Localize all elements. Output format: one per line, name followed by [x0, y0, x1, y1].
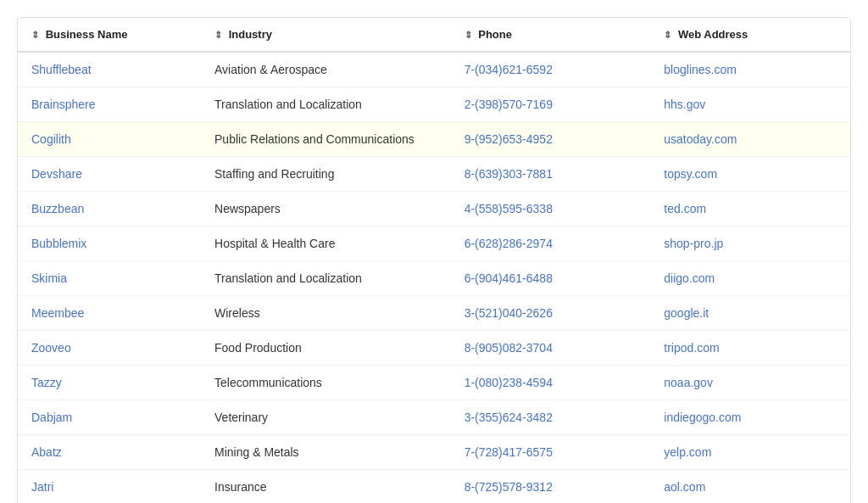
web-address-link[interactable]: tripod.com	[664, 341, 719, 355]
column-header-industry[interactable]: ⇕ Industry	[201, 18, 451, 52]
business-name-link[interactable]: Buzzbean	[31, 202, 84, 215]
column-header-web[interactable]: ⇕ Web Address	[650, 18, 850, 52]
business-name-link[interactable]: Zooveo	[31, 341, 71, 355]
cell-business: Brainsphere	[18, 87, 201, 122]
phone-link[interactable]: 8-(905)082-3704	[465, 341, 553, 355]
business-name-link[interactable]: Skimia	[31, 271, 67, 285]
phone-link[interactable]: 1-(080)238-4594	[465, 376, 553, 389]
business-name-link[interactable]: Bubblemix	[31, 237, 86, 250]
cell-phone: 6-(628)286-2974	[451, 226, 651, 261]
cell-industry: Aviation & Aerospace	[201, 52, 451, 87]
cell-business: Bubblemix	[18, 226, 201, 261]
phone-link[interactable]: 8-(639)303-7881	[465, 167, 553, 181]
data-table: ⇕ Business Name ⇕ Industry ⇕ Phone ⇕ Web…	[17, 17, 851, 503]
cell-web: usatoday.com	[650, 122, 850, 157]
web-address-link[interactable]: yelp.com	[664, 445, 711, 459]
cell-industry: Public Relations and Communications	[201, 122, 451, 157]
table-row: JatriInsurance8-(725)578-9312aol.com	[18, 470, 850, 504]
cell-business: Cogilith	[18, 122, 201, 157]
cell-industry: Mining & Metals	[201, 435, 451, 470]
phone-link[interactable]: 3-(521)040-2626	[465, 306, 553, 320]
cell-phone: 3-(355)624-3482	[451, 400, 651, 435]
business-name-link[interactable]: Brainsphere	[31, 98, 96, 111]
cell-web: indiegogo.com	[650, 400, 850, 435]
cell-business: Shufflebeat	[18, 52, 201, 87]
phone-link[interactable]: 2-(398)570-7169	[465, 98, 553, 111]
business-name-link[interactable]: Cogilith	[31, 132, 71, 146]
phone-link[interactable]: 7-(034)621-6592	[465, 63, 553, 76]
cell-business: Devshare	[18, 157, 201, 192]
cell-phone: 9-(952)653-4952	[451, 122, 651, 157]
phone-link[interactable]: 7-(728)417-6575	[465, 445, 553, 459]
table-row: SkimiaTranslation and Localization6-(904…	[18, 261, 850, 296]
cell-phone: 8-(905)082-3704	[451, 331, 651, 366]
phone-link[interactable]: 3-(355)624-3482	[465, 411, 553, 424]
table-row: BubblemixHospital & Health Care6-(628)28…	[18, 226, 850, 261]
cell-phone: 1-(080)238-4594	[451, 366, 651, 400]
table-header-row: ⇕ Business Name ⇕ Industry ⇕ Phone ⇕ Web…	[18, 18, 850, 52]
table-row: MeembeeWireless3-(521)040-2626google.it	[18, 296, 850, 331]
cell-phone: 8-(639)303-7881	[451, 157, 651, 192]
table-row: ZooveoFood Production8-(905)082-3704trip…	[18, 331, 850, 366]
table-row: TazzyTelecommunications1-(080)238-4594no…	[18, 366, 850, 400]
cell-industry: Staffing and Recruiting	[201, 157, 451, 192]
cell-web: noaa.gov	[650, 366, 850, 400]
cell-web: aol.com	[650, 470, 850, 504]
web-address-link[interactable]: ted.com	[664, 202, 706, 215]
table-row: BrainsphereTranslation and Localization2…	[18, 87, 850, 122]
cell-web: tripod.com	[650, 331, 850, 366]
web-address-link[interactable]: diigo.com	[664, 271, 715, 285]
business-name-link[interactable]: Devshare	[31, 167, 82, 181]
cell-business: Meembee	[18, 296, 201, 331]
sort-icon-phone: ⇕	[465, 30, 472, 41]
web-address-link[interactable]: noaa.gov	[664, 376, 713, 389]
web-address-link[interactable]: indiegogo.com	[664, 411, 741, 424]
phone-link[interactable]: 6-(904)461-6488	[465, 271, 553, 285]
cell-business: Tazzy	[18, 366, 201, 400]
business-name-link[interactable]: Tazzy	[31, 376, 62, 389]
table-row: DabjamVeterinary3-(355)624-3482indiegogo…	[18, 400, 850, 435]
sort-icon-industry: ⇕	[214, 30, 222, 41]
cell-business: Abatz	[18, 435, 201, 470]
web-address-link[interactable]: google.it	[664, 306, 709, 320]
business-name-link[interactable]: Shufflebeat	[31, 63, 92, 76]
cell-industry: Food Production	[201, 331, 451, 366]
cell-web: yelp.com	[650, 435, 850, 470]
cell-industry: Telecommunications	[201, 366, 451, 400]
web-address-link[interactable]: shop-pro.jp	[664, 237, 723, 250]
web-address-link[interactable]: hhs.gov	[664, 98, 705, 111]
cell-web: hhs.gov	[650, 87, 850, 122]
cell-web: bloglines.com	[650, 52, 850, 87]
table-row: DevshareStaffing and Recruiting8-(639)30…	[18, 157, 850, 192]
phone-link[interactable]: 8-(725)578-9312	[465, 480, 553, 494]
business-name-link[interactable]: Jatri	[31, 480, 53, 494]
cell-business: Zooveo	[18, 331, 201, 366]
phone-link[interactable]: 4-(558)595-6338	[465, 202, 553, 215]
cell-phone: 7-(034)621-6592	[451, 52, 651, 87]
cell-industry: Hospital & Health Care	[201, 226, 451, 261]
cell-industry: Veterinary	[201, 400, 451, 435]
column-header-business[interactable]: ⇕ Business Name	[18, 18, 201, 52]
cell-business: Buzzbean	[18, 192, 201, 226]
business-name-link[interactable]: Abatz	[31, 445, 62, 459]
cell-phone: 6-(904)461-6488	[451, 261, 651, 296]
web-address-link[interactable]: usatoday.com	[664, 132, 737, 146]
phone-link[interactable]: 6-(628)286-2974	[465, 237, 553, 250]
sort-icon-business: ⇕	[31, 30, 39, 41]
table-row: BuzzbeanNewspapers4-(558)595-6338ted.com	[18, 192, 850, 226]
column-header-phone[interactable]: ⇕ Phone	[451, 18, 651, 52]
sort-icon-web: ⇕	[664, 30, 671, 41]
cell-phone: 2-(398)570-7169	[451, 87, 651, 122]
business-name-link[interactable]: Meembee	[31, 306, 84, 320]
web-address-link[interactable]: topsy.com	[664, 167, 717, 181]
cell-industry: Translation and Localization	[201, 87, 451, 122]
cell-industry: Insurance	[201, 470, 451, 504]
cell-phone: 8-(725)578-9312	[451, 470, 651, 504]
web-address-link[interactable]: aol.com	[664, 480, 705, 494]
cell-phone: 3-(521)040-2626	[451, 296, 651, 331]
cell-business: Skimia	[18, 261, 201, 296]
business-name-link[interactable]: Dabjam	[31, 411, 72, 424]
phone-link[interactable]: 9-(952)653-4952	[465, 132, 553, 146]
cell-phone: 4-(558)595-6338	[451, 192, 651, 226]
web-address-link[interactable]: bloglines.com	[664, 63, 737, 76]
